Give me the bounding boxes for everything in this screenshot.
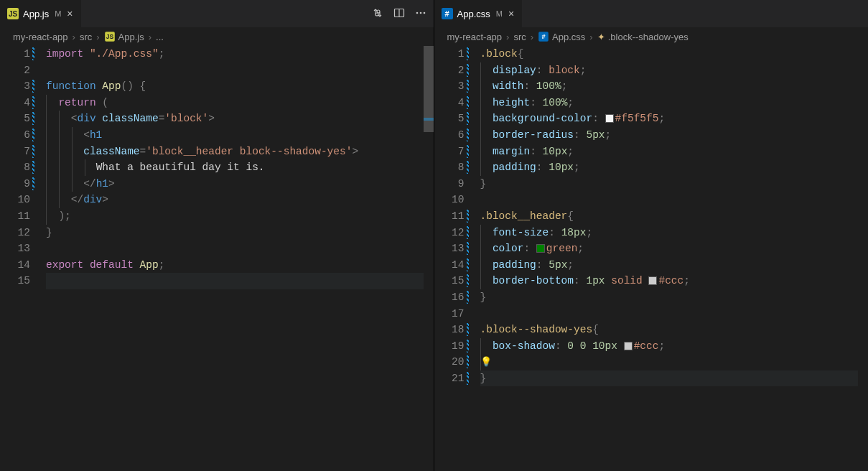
split-editor-icon[interactable] xyxy=(393,7,405,21)
line-number: 10 xyxy=(0,192,30,208)
line-number: 20 xyxy=(434,354,465,370)
modified-line-indicator xyxy=(32,112,34,125)
crumb[interactable]: .block--shadow-yes xyxy=(608,32,689,42)
color-swatch[interactable] xyxy=(605,114,614,123)
editor-pane-right: # App.css M × my-react-app › src › # App… xyxy=(434,0,869,471)
modified-line-indicator xyxy=(32,161,34,174)
crumb[interactable]: App.js xyxy=(118,32,144,42)
js-file-icon: JS xyxy=(105,32,115,42)
tab-label: App.js xyxy=(23,9,49,19)
line-number: 5 xyxy=(0,111,30,127)
editor-left[interactable]: 123456789101112131415 import "./App.css"… xyxy=(0,46,434,471)
code-line[interactable] xyxy=(46,241,434,257)
crumb[interactable]: my-react-app xyxy=(13,32,68,42)
code-line[interactable] xyxy=(480,306,869,322)
modified-line-indicator xyxy=(467,274,469,287)
code-line[interactable] xyxy=(480,192,869,208)
overview-ruler[interactable] xyxy=(424,46,434,471)
tabs-row-right: # App.css M × xyxy=(434,0,869,27)
modified-line-indicator xyxy=(467,291,469,304)
line-number: 8 xyxy=(434,159,465,176)
editor-right[interactable]: 123456789101112131415161718192021 .block… xyxy=(434,46,869,471)
code-line[interactable]: </div> xyxy=(46,192,434,208)
modified-line-indicator xyxy=(467,112,469,125)
code-line[interactable]: margin: 10px; xyxy=(480,144,869,160)
line-number: 11 xyxy=(0,208,30,225)
modified-line-indicator xyxy=(467,340,469,353)
code-line[interactable]: font-size: 18px; xyxy=(480,225,869,241)
compare-changes-icon[interactable] xyxy=(372,7,383,21)
more-actions-icon[interactable] xyxy=(415,7,426,21)
code-line[interactable]: .block{ xyxy=(480,46,869,62)
code-line[interactable]: } xyxy=(480,176,869,192)
modified-line-indicator xyxy=(467,258,469,271)
code-line[interactable]: What a beautiful day it is. xyxy=(46,159,434,176)
modified-line-indicator xyxy=(467,96,469,109)
modified-line-indicator xyxy=(467,129,469,141)
color-swatch[interactable] xyxy=(648,276,657,285)
modified-line-indicator xyxy=(467,323,469,336)
color-swatch[interactable] xyxy=(624,342,633,350)
line-number: 5 xyxy=(434,111,465,127)
line-number: 2 xyxy=(434,62,465,79)
line-number: 11 xyxy=(434,208,465,225)
code-line[interactable]: return ( xyxy=(46,95,434,111)
workbench: JS App.js M × xyxy=(0,0,868,471)
code-line[interactable] xyxy=(46,62,434,79)
modified-line-indicator xyxy=(32,177,34,190)
code-line[interactable]: className='block__header block--shadow-y… xyxy=(46,144,434,160)
crumb[interactable]: ... xyxy=(156,32,164,42)
crumb[interactable]: App.css xyxy=(552,32,585,42)
svg-point-3 xyxy=(419,11,421,14)
cursor-position-marker xyxy=(424,118,434,121)
code-line[interactable] xyxy=(46,273,434,289)
code-line[interactable]: <div className='block'> xyxy=(46,111,434,127)
code-line[interactable]: border-bottom: 1px solid #ccc; xyxy=(480,273,869,289)
line-number: 15 xyxy=(0,273,30,289)
code-line[interactable]: } xyxy=(46,225,434,241)
code-line[interactable]: 💡 xyxy=(480,354,869,370)
modified-indicator: M xyxy=(496,9,503,18)
line-number-gutter: 123456789101112131415161718192021 xyxy=(434,46,475,471)
tab-app-css[interactable]: # App.css M × xyxy=(434,0,523,27)
overview-ruler[interactable] xyxy=(858,46,868,471)
code-line[interactable]: background-color: #f5f5f5; xyxy=(480,111,869,127)
code-line[interactable]: padding: 5px; xyxy=(480,257,869,274)
line-number: 9 xyxy=(0,176,30,192)
code-line[interactable]: color: green; xyxy=(480,241,869,257)
code-line[interactable]: width: 100%; xyxy=(480,78,869,95)
breadcrumb-right[interactable]: my-react-app › src › # App.css › ✦ .bloc… xyxy=(434,27,869,46)
close-tab-icon[interactable]: × xyxy=(507,9,515,19)
code-line[interactable]: ); xyxy=(46,208,434,225)
code-line[interactable]: } xyxy=(480,370,869,387)
lightbulb-icon[interactable]: 💡 xyxy=(480,357,492,368)
crumb[interactable]: src xyxy=(513,32,526,42)
code-line[interactable]: function App() { xyxy=(46,78,434,95)
code-line[interactable]: .block__header{ xyxy=(480,208,869,225)
code-line[interactable]: border-radius: 5px; xyxy=(480,127,869,144)
tab-app-js[interactable]: JS App.js M × xyxy=(0,0,81,27)
breadcrumb-left[interactable]: my-react-app › src › JS App.js › ... xyxy=(0,27,434,46)
code-line[interactable]: <h1 xyxy=(46,127,434,144)
code-line[interactable]: box-shadow: 0 0 10px #ccc; xyxy=(480,338,869,355)
line-number: 3 xyxy=(434,78,465,95)
svg-point-2 xyxy=(416,11,418,14)
close-tab-icon[interactable]: × xyxy=(65,9,74,19)
code-area-left[interactable]: import "./App.css";function App() { retu… xyxy=(40,46,434,471)
line-number: 2 xyxy=(0,62,30,79)
line-number: 12 xyxy=(434,225,465,241)
code-line[interactable]: } xyxy=(480,289,869,306)
code-line[interactable]: </h1> xyxy=(46,176,434,192)
crumb[interactable]: src xyxy=(80,32,92,42)
modified-line-indicator xyxy=(467,210,469,223)
code-line[interactable]: height: 100%; xyxy=(480,95,869,111)
code-line[interactable]: import "./App.css"; xyxy=(46,46,434,62)
code-area-right[interactable]: .block{ display: block; width: 100%; hei… xyxy=(475,46,869,471)
color-swatch[interactable] xyxy=(536,244,545,253)
crumb[interactable]: my-react-app xyxy=(447,32,503,42)
code-line[interactable]: export default App; xyxy=(46,257,434,274)
code-line[interactable]: display: block; xyxy=(480,62,869,79)
code-line[interactable]: .block--shadow-yes{ xyxy=(480,322,869,338)
code-line[interactable]: padding: 10px; xyxy=(480,159,869,176)
css-file-icon: # xyxy=(538,32,549,42)
